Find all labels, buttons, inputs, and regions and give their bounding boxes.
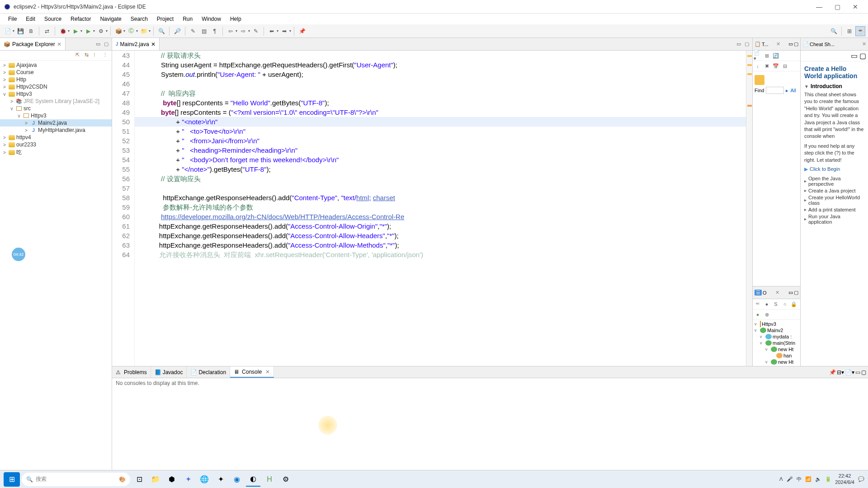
tree-item[interactable]: vHttpv3 — [0, 112, 112, 119]
last-edit-button[interactable]: ✎ — [251, 26, 261, 36]
show-whitespace-button[interactable]: ¶ — [210, 26, 220, 36]
volume-icon[interactable]: 🔈 — [815, 476, 821, 482]
mic-icon[interactable]: 🎤 — [787, 476, 793, 482]
tree-item[interactable]: >JMainv2.java — [0, 119, 112, 127]
close-button[interactable]: ✕ — [846, 0, 864, 13]
find-input[interactable] — [766, 87, 784, 94]
edge-button[interactable]: ◉ — [230, 472, 244, 487]
hide-local-button[interactable]: 🔒 — [790, 300, 798, 308]
toggle-block-button[interactable]: ▤ — [199, 26, 209, 36]
focus-button[interactable]: ✖ — [763, 62, 771, 70]
view-menu-button[interactable]: ⋮ — [103, 52, 110, 59]
package-explorer-tree[interactable]: >Ajaxjava>Course>Http>Httpv2CSDNvHttpv3>… — [0, 61, 112, 470]
maximize-view-button[interactable]: ▢ — [859, 52, 866, 60]
tree-item[interactable]: >our2233 — [0, 141, 112, 148]
filter-button[interactable]: ⁝ — [94, 52, 101, 59]
start-button[interactable]: ⊞ — [4, 472, 20, 487]
tree-item[interactable]: >📚JRE System Library [JavaSE-2] — [0, 98, 112, 105]
minimize-view-button[interactable]: ▭ — [788, 290, 793, 296]
hide-button[interactable]: ⊟ — [781, 62, 789, 70]
tree-item[interactable]: >Ajaxjava — [0, 61, 112, 69]
outline-tab[interactable]: ☰ O ✕ ▭ ▢ — [753, 286, 800, 299]
close-icon[interactable]: ✕ — [776, 41, 780, 47]
collapse-button[interactable]: ↓ — [754, 62, 762, 70]
hide-fields-button[interactable]: ● — [763, 300, 771, 308]
outline-item[interactable]: vMainv2 — [754, 327, 799, 333]
cheat-step-link[interactable]: ▸Create a Java project — [804, 188, 864, 193]
open-perspective-button[interactable]: ⊞ — [844, 26, 854, 36]
hide-static-button[interactable]: S — [772, 300, 780, 308]
focus-active-button[interactable]: ● — [754, 310, 762, 319]
tree-item[interactable]: >Httpv2CSDN — [0, 83, 112, 90]
minimize-button[interactable]: — — [810, 0, 828, 13]
settings-button[interactable]: ⚙ — [278, 472, 293, 487]
tasks-tab[interactable]: 📋 T... ✕ ▭ ▢ — [753, 38, 800, 51]
schedule-button[interactable]: 📅 — [772, 62, 780, 70]
cheat-step-link[interactable]: ▸Open the Java perspective — [804, 176, 864, 187]
outline-item[interactable]: vnew Ht — [754, 346, 799, 352]
minimize-view-button[interactable]: ▭ — [94, 41, 102, 48]
new-class-button[interactable]: Ⓒ — [126, 26, 136, 36]
cheat-step-link[interactable]: ▸Create your HelloWorld class — [804, 195, 864, 206]
categorize-button[interactable]: ⊞ — [763, 52, 771, 60]
close-icon[interactable]: ✕ — [775, 290, 779, 296]
toggle-mark-button[interactable]: ✎ — [188, 26, 198, 36]
outline-item[interactable]: han — [754, 352, 799, 359]
menu-run[interactable]: Run — [178, 15, 197, 23]
cheat-step-link[interactable]: ▸Run your Java application — [804, 214, 864, 225]
new-folder-button[interactable]: 📁 — [139, 26, 149, 36]
chevron-up-icon[interactable]: ᐱ — [779, 476, 783, 482]
pin-button[interactable]: 📌 — [297, 26, 307, 36]
editor-tab[interactable]: J Mainv2.java ✕ — [112, 38, 160, 50]
outline-item[interactable]: vmain(Strin — [754, 340, 799, 346]
find-arrow-icon[interactable]: ▸ — [786, 88, 788, 94]
cheat-sheet-tab[interactable]: 📄 Cheat Sh... ✕ — [801, 38, 868, 51]
search-button[interactable]: 🔎 — [172, 26, 182, 36]
close-icon[interactable]: ✕ — [862, 41, 866, 47]
quick-access-button[interactable]: 🔍 — [829, 26, 839, 36]
menu-help[interactable]: Help — [226, 15, 246, 23]
ime-indicator[interactable]: 中 — [797, 476, 802, 483]
editor-body[interactable]: 4344454647484950515253545556575859606162… — [112, 51, 752, 366]
chrome-button[interactable]: 🌐 — [197, 472, 212, 487]
minimize-view-button[interactable]: ▭ — [788, 41, 793, 47]
all-label[interactable]: All — [790, 88, 796, 93]
explorer-button[interactable]: 📁 — [148, 472, 163, 487]
debug-button[interactable]: 🐞 — [58, 26, 68, 36]
outline-tree[interactable]: vHttpv3vMainv2vmydata :vmain(Strinvnew H… — [753, 320, 800, 366]
package-explorer-tab[interactable]: 📦 Package Explorer ✕ — [0, 38, 66, 50]
app-button[interactable]: ✦ — [213, 472, 228, 487]
link-button[interactable]: ⊗ — [763, 310, 771, 319]
tree-item[interactable]: >吃 — [0, 148, 112, 157]
hide-nonpublic-button[interactable]: ○ — [781, 300, 789, 308]
back-button[interactable]: ⬅ — [267, 26, 277, 36]
clock[interactable]: 22:42 2024/6/4 — [835, 473, 854, 485]
maximize-editor-button[interactable]: ▢ — [743, 41, 750, 48]
open-type-button[interactable]: 🔍 — [156, 26, 166, 36]
notification-icon[interactable]: 💬 — [858, 476, 864, 482]
taskbar-search[interactable]: 🔍 搜索 🎨 — [22, 473, 130, 486]
system-tray[interactable]: ᐱ 🎤 中 📶 🔈 🔋 22:42 2024/6/4 💬 — [779, 473, 864, 485]
app-button[interactable]: H — [262, 472, 277, 487]
close-icon[interactable]: ✕ — [57, 41, 61, 47]
click-to-begin-link[interactable]: ▶Click to Begin — [804, 166, 864, 172]
forward-button[interactable]: ➡ — [279, 26, 289, 36]
menu-navigate[interactable]: Navigate — [95, 15, 126, 23]
pin-console-button[interactable]: 📌 — [829, 369, 836, 375]
menu-project[interactable]: Project — [152, 15, 178, 23]
tab-problems[interactable]: ⚠Problems — [112, 366, 151, 378]
open-console-button[interactable]: 📄▾ — [845, 369, 854, 375]
minimize-view-button[interactable]: ▭ — [855, 369, 860, 375]
new-button[interactable]: 📄 — [3, 26, 13, 36]
tree-item[interactable]: >Course — [0, 69, 112, 76]
taskview-button[interactable]: ⊡ — [132, 472, 146, 487]
app-button[interactable]: ⬢ — [165, 472, 179, 487]
save-all-button[interactable]: 🗎 — [26, 26, 36, 36]
overview-ruler[interactable] — [746, 51, 752, 366]
annotation-prev-button[interactable]: ⇦ — [226, 26, 236, 36]
tree-item[interactable]: >Http — [0, 76, 112, 83]
code-area[interactable]: // 获取请求头 String userAgent = httpExchange… — [135, 51, 746, 366]
coverage-button[interactable]: ▶ — [83, 26, 93, 36]
menu-edit[interactable]: Edit — [21, 15, 40, 23]
external-button[interactable]: ⚙ — [96, 26, 106, 36]
